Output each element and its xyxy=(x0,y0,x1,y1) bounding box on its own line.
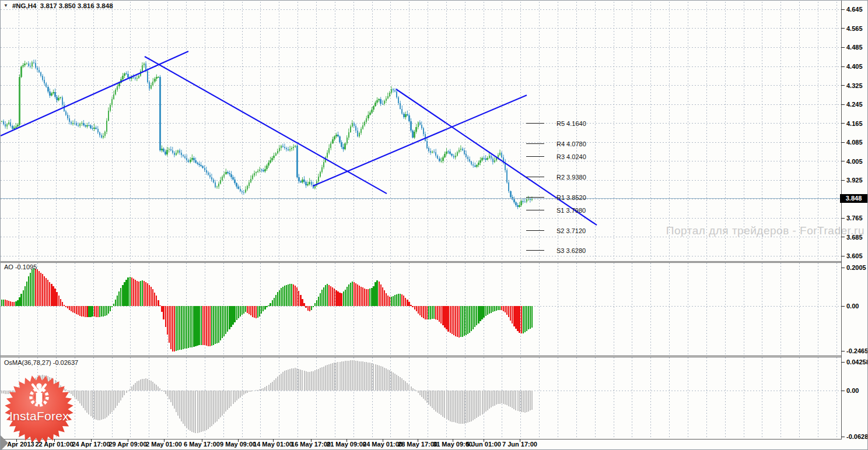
candle-body xyxy=(88,125,89,126)
candle-body xyxy=(508,182,509,191)
candle-body xyxy=(136,78,138,79)
candle-body xyxy=(457,152,458,156)
candle-body xyxy=(530,199,531,200)
candle-body xyxy=(108,111,109,121)
candle-body xyxy=(176,153,177,155)
candle-body xyxy=(389,93,390,96)
candle-body xyxy=(513,199,514,202)
candle-body xyxy=(414,132,415,138)
candle-body xyxy=(133,78,134,78)
time-label: 24 May 01:00 xyxy=(363,441,402,448)
candle-body xyxy=(273,156,274,158)
candle-body xyxy=(487,158,488,160)
candle-body xyxy=(318,177,319,181)
candle-body xyxy=(364,122,365,125)
candle-body xyxy=(339,136,340,142)
candle-body xyxy=(71,122,72,124)
chart-canvas[interactable]: R5 4.1640R4 4.0780R3 4.0240R2 3.9380R1 3… xyxy=(1,1,868,450)
candle-body xyxy=(271,158,272,160)
candle-body xyxy=(481,158,482,160)
candle-body xyxy=(220,180,221,184)
time-axis[interactable]: 17 Apr 201322 Apr 01:0024 Apr 17:0029 Ap… xyxy=(1,439,868,450)
candle-body xyxy=(60,97,61,98)
candle-body xyxy=(147,71,148,82)
candle-body xyxy=(213,180,214,182)
candle-body xyxy=(38,70,40,72)
symbol-dropdown-icon[interactable]: ▼ xyxy=(4,3,8,9)
candle-body xyxy=(510,191,511,196)
candle-body xyxy=(357,131,358,136)
candle-body xyxy=(489,156,490,158)
candle-body xyxy=(164,152,166,154)
candle-body xyxy=(12,126,13,129)
candle-body xyxy=(261,170,262,170)
candle-body xyxy=(169,149,170,150)
candle-body xyxy=(216,187,218,187)
candle-body xyxy=(455,156,456,157)
candle-body xyxy=(225,172,226,174)
candle-body xyxy=(236,183,237,187)
candle-body xyxy=(99,132,100,135)
candle-body xyxy=(19,77,20,125)
candle-body xyxy=(211,177,212,180)
candle-body xyxy=(305,182,306,185)
candle-body xyxy=(122,76,123,79)
candle-body xyxy=(46,83,47,87)
candle-body xyxy=(408,115,410,121)
candle-body xyxy=(184,156,186,157)
candle-body xyxy=(40,72,41,76)
candle-body xyxy=(286,148,287,149)
candle-body xyxy=(230,174,232,177)
candle-body xyxy=(30,66,31,66)
candle-body xyxy=(115,90,116,94)
candle-body xyxy=(113,94,114,99)
candle-body xyxy=(138,76,139,78)
candle-body xyxy=(451,154,452,156)
candle-body xyxy=(378,99,379,100)
axis-label: 3.765 xyxy=(846,215,863,222)
candle-body xyxy=(288,149,289,150)
candle-body xyxy=(289,149,290,150)
candle-body xyxy=(474,166,475,167)
candle-body xyxy=(222,177,223,180)
candle-body xyxy=(483,158,484,159)
candle-body xyxy=(117,86,118,90)
candle-body xyxy=(398,97,399,103)
candle-body xyxy=(421,125,422,128)
candle-body xyxy=(186,158,187,160)
candle-body xyxy=(270,160,271,163)
candle-body xyxy=(35,63,36,67)
axis-label: 4.245 xyxy=(846,101,863,108)
candle-body xyxy=(78,125,79,126)
candle-body xyxy=(166,150,167,154)
candle-body xyxy=(491,156,492,159)
candle-body xyxy=(74,123,75,124)
candle-body xyxy=(58,98,59,100)
candle-body xyxy=(51,93,52,96)
candle-body xyxy=(519,205,520,207)
candle-body xyxy=(195,160,196,163)
candle-body xyxy=(430,151,431,153)
time-label: 21 May 09:00 xyxy=(327,441,366,448)
candle-body xyxy=(494,160,495,162)
candle-body xyxy=(386,99,387,101)
candle-body xyxy=(478,163,479,165)
candle-body xyxy=(76,123,77,125)
candle-body xyxy=(524,202,526,202)
candle-body xyxy=(459,150,460,152)
candle-body xyxy=(206,170,207,173)
trendline-uptrend-2[interactable] xyxy=(313,95,527,186)
candle-body xyxy=(419,122,421,125)
candle-body xyxy=(163,149,164,152)
candle-body xyxy=(460,149,461,150)
candle-body xyxy=(462,149,463,150)
candle-body xyxy=(435,152,436,156)
candle-body xyxy=(3,121,4,124)
candle-body xyxy=(22,65,23,66)
candle-body xyxy=(131,78,132,79)
candle-body xyxy=(179,150,180,153)
candle-body xyxy=(83,123,84,125)
instaforex-brand-text: InstaForex xyxy=(4,409,74,423)
candle-body xyxy=(281,146,282,148)
candle-body xyxy=(69,118,70,122)
